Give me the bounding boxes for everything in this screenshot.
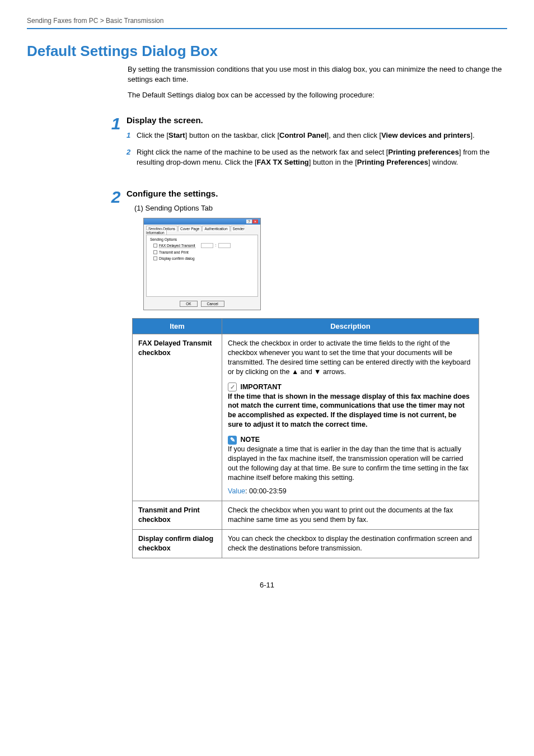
intro-paragraph-1: By setting the transmission conditions t…	[128, 64, 507, 85]
note-label: NOTE	[240, 436, 260, 444]
substep-1-text: Click the [Start] button on the taskbar,…	[137, 130, 507, 141]
time-min-spinner[interactable]	[218, 243, 231, 248]
value-label: Value	[228, 487, 245, 495]
time-hour-spinner[interactable]	[201, 243, 213, 248]
substep-2-text: Right click the name of the machine to b…	[137, 147, 507, 167]
item-fax-delayed: FAX Delayed Transmit checkbox	[133, 334, 222, 501]
substep-2-number: 2	[127, 147, 137, 167]
step-number-1: 1	[105, 115, 127, 175]
substep-1-number: 1	[127, 130, 137, 141]
settings-table: Item Description FAX Delayed Transmit ch…	[132, 318, 479, 558]
step-1-title: Display the screen.	[127, 115, 507, 125]
transmit-and-print-checkbox[interactable]	[153, 250, 157, 254]
desc-transmit-print: Check the checkbox when you want to prin…	[222, 501, 479, 530]
fax-delayed-transmit-checkbox[interactable]	[153, 244, 157, 248]
table-header-item: Item	[133, 319, 222, 334]
intro-paragraph-2: The Default Settings dialog box can be a…	[128, 90, 507, 100]
table-row: FAX Delayed Transmit checkbox Check the …	[133, 334, 479, 501]
page-number: 6-11	[27, 581, 507, 589]
transmit-and-print-label: Transmit and Print	[159, 250, 189, 254]
desc-fax-delayed: Check the checkbox in order to activate …	[222, 334, 479, 501]
value-range: 00:00-23:59	[249, 487, 287, 495]
dialog-tabs: Sending OptionsCover PageAuthenticationS…	[144, 225, 260, 235]
group-label: Sending Options	[150, 237, 254, 241]
important-label: IMPORTANT	[240, 383, 281, 391]
display-confirm-dialog-label: Display confirm dialog	[159, 256, 195, 260]
step-2-title: Configure the settings.	[127, 189, 507, 198]
item-display-confirm: Display confirm dialog checkbox	[133, 530, 222, 558]
step-number-2: 2	[105, 189, 127, 558]
note-icon: ✎	[228, 436, 237, 445]
dialog-titlebar: ?×	[144, 218, 260, 225]
important-icon: ✓	[228, 382, 237, 391]
breadcrumb: Sending Faxes from PC > Basic Transmissi…	[27, 17, 507, 25]
page-title: Default Settings Dialog Box	[27, 43, 507, 60]
tab-caption: (1) Sending Options Tab	[134, 204, 507, 212]
tab-authentication[interactable]: Authentication	[202, 226, 229, 231]
close-icon[interactable]: ×	[252, 220, 258, 223]
header-rule	[27, 28, 507, 29]
desc-display-confirm: You can check the checkbox to display th…	[222, 530, 479, 558]
item-transmit-print: Transmit and Print checkbox	[133, 501, 222, 530]
cancel-button[interactable]: Cancel	[201, 301, 224, 307]
ok-button[interactable]: OK	[180, 301, 197, 307]
display-confirm-dialog-checkbox[interactable]	[153, 256, 157, 260]
tab-cover-page[interactable]: Cover Page	[178, 226, 202, 231]
important-body: If the time that is shown in the message…	[228, 392, 473, 430]
fax-delayed-transmit-label: FAX Delayed Transmit	[159, 244, 195, 248]
note-body: If you designate a time that is earlier …	[228, 445, 473, 483]
dialog-screenshot: ?× Sending OptionsCover PageAuthenticati…	[143, 218, 261, 310]
table-row: Transmit and Print checkbox Check the ch…	[133, 501, 479, 530]
table-header-description: Description	[222, 319, 479, 334]
table-row: Display confirm dialog checkbox You can …	[133, 530, 479, 558]
